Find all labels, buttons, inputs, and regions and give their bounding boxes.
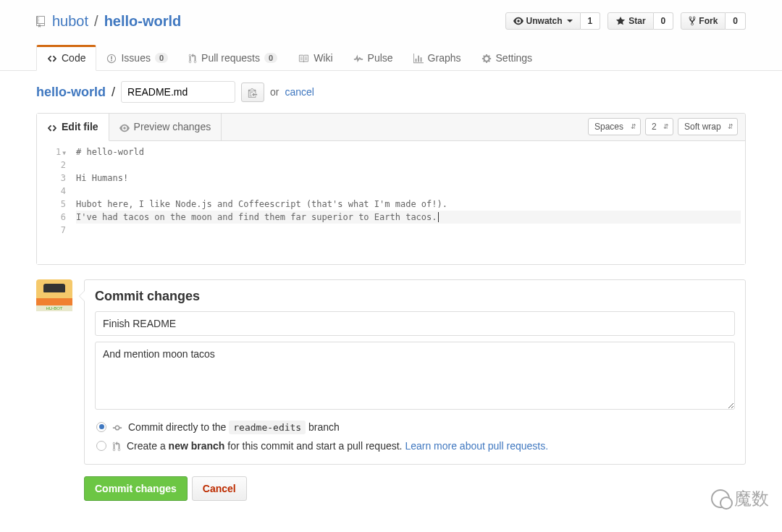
- caret-down-icon: [567, 20, 573, 22]
- tab-code[interactable]: Code: [36, 45, 96, 71]
- repo-actions: Unwatch 1 Star 0 Fork 0: [505, 12, 746, 30]
- indent-mode-select[interactable]: Spaces: [588, 118, 641, 135]
- commit-option-direct[interactable]: Commit directly to the readme-edits bran…: [95, 418, 735, 436]
- eye-icon: [513, 16, 524, 27]
- code-icon: [47, 121, 57, 132]
- star-button[interactable]: Star: [607, 12, 653, 30]
- file-editor: Edit file Preview changes Spaces 2 Soft …: [36, 113, 746, 264]
- fork-button[interactable]: Fork: [681, 12, 726, 30]
- commit-option-new-branch[interactable]: Create a new branch for this commit and …: [95, 436, 735, 455]
- cancel-button[interactable]: Cancel: [192, 476, 247, 501]
- clipboard-icon: [248, 87, 258, 98]
- repo-title: hubot / hello-world: [36, 13, 181, 30]
- star-icon: [615, 16, 626, 27]
- or-text: or: [270, 86, 279, 98]
- owner-link[interactable]: hubot: [52, 13, 88, 30]
- path-separator: /: [112, 85, 115, 100]
- path-separator: /: [94, 13, 98, 30]
- fork-count[interactable]: 0: [726, 12, 746, 30]
- fork-icon: [689, 16, 696, 27]
- repo-icon: [36, 13, 48, 30]
- gear-icon: [482, 52, 492, 64]
- repo-link[interactable]: hello-world: [104, 13, 182, 30]
- branch-name: readme-edits: [229, 421, 306, 434]
- commit-changes-button[interactable]: Commit changes: [84, 476, 188, 501]
- breadcrumb: hello-world / or cancel: [36, 81, 746, 103]
- watermark: 魔数: [711, 487, 769, 510]
- tab-issues[interactable]: Issues 0: [96, 45, 178, 70]
- watch-count[interactable]: 1: [581, 12, 601, 30]
- clipboard-button[interactable]: [241, 83, 264, 102]
- pulse-icon: [353, 52, 363, 64]
- tab-wiki[interactable]: Wiki: [287, 45, 342, 70]
- pull-request-icon: [188, 52, 197, 64]
- repo-nav: Code Issues 0 Pull requests 0 Wiki Pulse…: [36, 45, 746, 70]
- cancel-link[interactable]: cancel: [285, 86, 314, 98]
- tab-preview-changes[interactable]: Preview changes: [109, 114, 222, 140]
- wechat-icon: [711, 489, 730, 508]
- star-count[interactable]: 0: [654, 12, 674, 30]
- issues-count: 0: [155, 53, 168, 63]
- unwatch-button[interactable]: Unwatch: [505, 12, 581, 30]
- avatar: [36, 279, 72, 311]
- issue-icon: [106, 52, 117, 64]
- line-gutter: 1▼ 2 3 4 5 6 7: [37, 141, 72, 264]
- tab-edit-file[interactable]: Edit file: [37, 114, 109, 140]
- tab-settings[interactable]: Settings: [471, 45, 543, 70]
- radio-unchecked[interactable]: [96, 441, 106, 451]
- book-icon: [298, 52, 309, 64]
- pulls-count: 0: [264, 53, 277, 63]
- pull-request-icon: [112, 440, 121, 452]
- indent-size-select[interactable]: 2: [645, 118, 673, 135]
- commit-form: Commit changes And mention moon tacos Co…: [84, 279, 746, 465]
- commit-description-textarea[interactable]: And mention moon tacos: [95, 342, 735, 410]
- tab-pulse[interactable]: Pulse: [343, 45, 403, 70]
- tab-pull-requests[interactable]: Pull requests 0: [178, 45, 287, 70]
- commit-heading: Commit changes: [95, 289, 735, 304]
- commit-summary-input[interactable]: [95, 311, 735, 336]
- code-editor-area[interactable]: 1▼ 2 3 4 5 6 7 # hello-world Hi Humans! …: [37, 141, 745, 264]
- text-cursor: [438, 212, 439, 222]
- wrap-mode-select[interactable]: Soft wrap: [678, 118, 738, 135]
- breadcrumb-repo-link[interactable]: hello-world: [36, 85, 106, 100]
- filename-input[interactable]: [121, 81, 235, 103]
- learn-more-link[interactable]: Learn more about pull requests.: [405, 440, 548, 452]
- graph-icon: [413, 52, 424, 64]
- radio-checked[interactable]: [96, 422, 106, 432]
- tab-graphs[interactable]: Graphs: [403, 45, 471, 70]
- eye-icon: [119, 121, 130, 132]
- code-content[interactable]: # hello-world Hi Humans! Hubot here, I l…: [72, 141, 745, 264]
- git-commit-icon: [112, 421, 122, 433]
- code-icon: [47, 52, 57, 64]
